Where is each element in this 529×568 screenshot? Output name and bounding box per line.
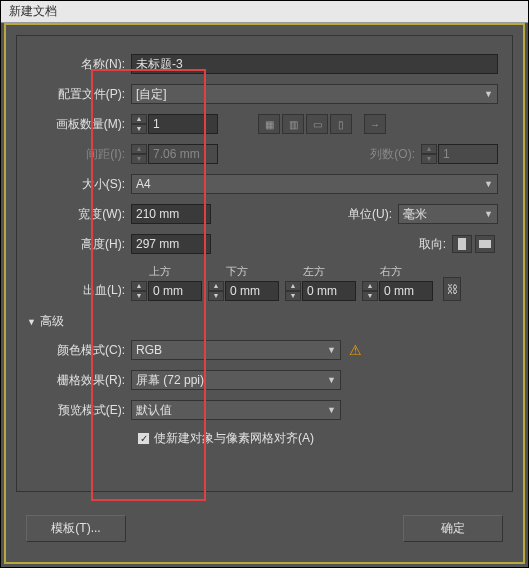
ok-button[interactable]: 确定 — [403, 515, 503, 542]
profile-label: 配置文件(P): — [31, 86, 131, 103]
arrange-grid-col-icon[interactable]: ▥ — [282, 114, 304, 134]
bleed-right-stepper[interactable]: ▲▼ — [362, 281, 378, 301]
template-button[interactable]: 模板(T)... — [26, 515, 126, 542]
units-value: 毫米 — [403, 206, 427, 223]
arrange-grid-row-icon[interactable]: ▦ — [258, 114, 280, 134]
bleed-right-label: 右方 — [362, 264, 402, 279]
bleed-bottom-input[interactable] — [225, 281, 279, 301]
width-input[interactable] — [131, 204, 211, 224]
columns-stepper: ▲▼ — [421, 144, 437, 164]
chevron-down-icon: ▼ — [484, 209, 493, 219]
units-dropdown[interactable]: 毫米 ▼ — [398, 204, 498, 224]
triangle-down-icon: ▼ — [27, 317, 36, 327]
chevron-down-icon: ▼ — [484, 179, 493, 189]
chevron-down-icon: ▼ — [327, 345, 336, 355]
arrange-arrow-icon[interactable]: → — [364, 114, 386, 134]
arrange-row-icon[interactable]: ▭ — [306, 114, 328, 134]
profile-dropdown[interactable]: [自定] ▼ — [131, 84, 498, 104]
align-grid-label: 使新建对象与像素网格对齐(A) — [154, 430, 314, 447]
orientation-landscape-button[interactable] — [475, 235, 495, 253]
size-label: 大小(S): — [31, 176, 131, 193]
height-label: 高度(H): — [31, 236, 131, 253]
name-input[interactable] — [131, 54, 498, 74]
profile-value: [自定] — [136, 86, 167, 103]
spacing-stepper: ▲▼ — [131, 144, 147, 164]
bleed-left-label: 左方 — [285, 264, 325, 279]
size-dropdown[interactable]: A4 ▼ — [131, 174, 498, 194]
size-value: A4 — [136, 177, 151, 191]
bleed-left-stepper[interactable]: ▲▼ — [285, 281, 301, 301]
orientation-label: 取向: — [402, 236, 452, 253]
columns-label: 列数(O): — [351, 146, 421, 163]
spacing-input — [148, 144, 218, 164]
align-grid-checkbox[interactable]: ✓ — [137, 432, 150, 445]
preview-label: 预览模式(E): — [31, 402, 131, 419]
spacing-label: 间距(I): — [31, 146, 131, 163]
chevron-down-icon: ▼ — [327, 375, 336, 385]
colormode-label: 颜色模式(C): — [31, 342, 131, 359]
arrange-col-icon[interactable]: ▯ — [330, 114, 352, 134]
preview-value: 默认值 — [136, 402, 172, 419]
form-area: 名称(N): 配置文件(P): [自定] ▼ 画板数量(M): ▲▼ ▦ ▥ ▭ — [16, 35, 513, 492]
button-bar: 模板(T)... 确定 — [26, 515, 503, 542]
dialog-frame: 名称(N): 配置文件(P): [自定] ▼ 画板数量(M): ▲▼ ▦ ▥ ▭ — [4, 23, 525, 564]
chevron-down-icon: ▼ — [484, 89, 493, 99]
chevron-down-icon: ▼ — [327, 405, 336, 415]
height-input[interactable] — [131, 234, 211, 254]
preview-dropdown[interactable]: 默认值 ▼ — [131, 400, 341, 420]
title-bar: 新建文档 — [1, 1, 528, 23]
raster-dropdown[interactable]: 屏幕 (72 ppi) ▼ — [131, 370, 341, 390]
warning-icon: ⚠ — [349, 342, 362, 358]
width-label: 宽度(W): — [31, 206, 131, 223]
advanced-header-label: 高级 — [40, 313, 64, 330]
bleed-bottom-label: 下方 — [208, 264, 248, 279]
bleed-label: 出血(L): — [31, 282, 131, 301]
bleed-top-label: 上方 — [131, 264, 171, 279]
raster-value: 屏幕 (72 ppi) — [136, 372, 204, 389]
bleed-bottom-stepper[interactable]: ▲▼ — [208, 281, 224, 301]
artboards-input[interactable] — [148, 114, 218, 134]
name-label: 名称(N): — [31, 56, 131, 73]
bleed-left-input[interactable] — [302, 281, 356, 301]
colormode-value: RGB — [136, 343, 162, 357]
units-label: 单位(U): — [328, 206, 398, 223]
orientation-portrait-button[interactable] — [452, 235, 472, 253]
artboards-stepper[interactable]: ▲▼ — [131, 114, 147, 134]
new-document-dialog: 新建文档 名称(N): 配置文件(P): [自定] ▼ 画板数量(M): ▲▼ — [0, 0, 529, 568]
artboards-label: 画板数量(M): — [31, 116, 131, 133]
bleed-right-input[interactable] — [379, 281, 433, 301]
bleed-top-input[interactable] — [148, 281, 202, 301]
window-title: 新建文档 — [9, 4, 57, 18]
bleed-top-stepper[interactable]: ▲▼ — [131, 281, 147, 301]
link-bleed-icon[interactable]: ⛓ — [443, 277, 461, 301]
advanced-section-toggle[interactable]: ▼ 高级 — [27, 313, 498, 330]
raster-label: 栅格效果(R): — [31, 372, 131, 389]
columns-input — [438, 144, 498, 164]
colormode-dropdown[interactable]: RGB ▼ — [131, 340, 341, 360]
